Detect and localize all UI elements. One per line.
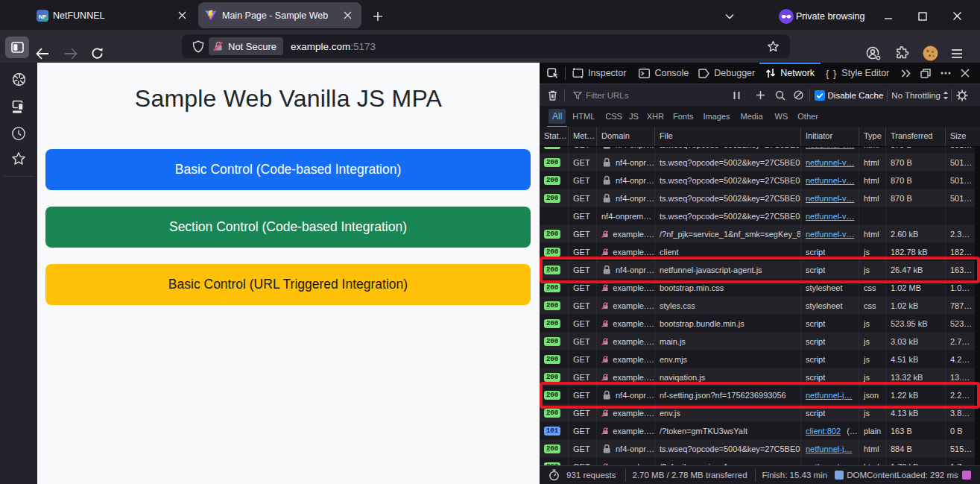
- svg-text:NF: NF: [39, 13, 47, 19]
